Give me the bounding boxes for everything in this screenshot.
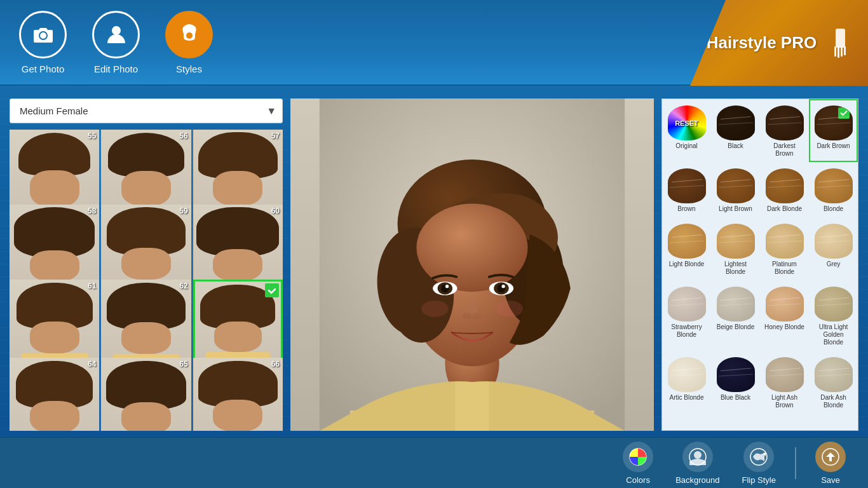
style-number: 66 [271, 360, 280, 369]
color-swatch-light-brown [717, 168, 755, 203]
svg-point-33 [694, 451, 702, 459]
light-brown-label: Light Brown [719, 205, 752, 213]
style-item-65[interactable]: 65 [101, 358, 191, 431]
dropdown-container: Short Female Medium Female Long Female S… [10, 98, 283, 123]
color-item-honey-blonde[interactable]: Honey Blonde [760, 280, 809, 351]
color-swatch-light-blonde [668, 224, 706, 259]
color-item-blonde[interactable]: Blonde [809, 162, 858, 217]
svg-point-28 [421, 301, 449, 317]
style-number: 59 [179, 207, 187, 215]
logo-text: Hairstyle PRO [707, 33, 817, 53]
color-swatch-grey [815, 224, 853, 259]
portrait-svg [290, 98, 654, 431]
color-swatch-beige-blonde [717, 287, 755, 322]
blue-black-label: Blue Black [721, 394, 750, 402]
get-photo-label: Get Photo [22, 64, 65, 74]
dark-brown-label: Dark Brown [817, 142, 850, 150]
svg-point-27 [472, 313, 482, 320]
color-swatch-darkest-brown [766, 105, 804, 140]
color-item-platinum-blonde[interactable]: Platinum Blonde [760, 217, 809, 280]
reset-swatch: RESET [668, 105, 706, 140]
color-swatch-ultra-light-golden-blonde [815, 287, 853, 322]
save-button[interactable]: Save [806, 438, 855, 488]
color-item-lightest-blonde[interactable]: Lightest Blonde [711, 217, 760, 280]
photo-panel [290, 98, 654, 431]
nav-item-styles[interactable]: Styles [165, 11, 213, 74]
reset-text: RESET [675, 119, 698, 127]
svg-point-2 [186, 32, 193, 39]
color-item-brown[interactable]: Brown [662, 162, 711, 217]
grey-label: Grey [827, 261, 841, 268]
nav-item-edit-photo[interactable]: Edit Photo [92, 11, 140, 74]
color-item-dark-ash-blonde[interactable]: Dark Ash Blonde [809, 351, 858, 414]
styles-label: Styles [176, 64, 202, 74]
flip-icon [743, 442, 774, 472]
edit-photo-label: Edit Photo [94, 64, 138, 74]
main-content: Short Female Medium Female Long Female S… [0, 86, 868, 437]
dark-blonde-label: Dark Blonde [767, 205, 802, 213]
color-swatch-strawberry-blonde [668, 287, 706, 322]
svg-rect-3 [836, 29, 845, 48]
svg-rect-6 [841, 46, 843, 57]
background-icon [682, 442, 713, 472]
style-dropdown[interactable]: Short Female Medium Female Long Female S… [10, 98, 283, 123]
svg-point-26 [463, 313, 472, 320]
color-swatch-platinum-blonde [766, 224, 804, 259]
style-item-64[interactable]: 64 [10, 358, 99, 431]
colors-button[interactable]: Colors [613, 438, 663, 488]
platinum-blonde-label: Platinum Blonde [764, 261, 804, 276]
style-number: 58 [88, 207, 96, 215]
colors-panel: RESET Original Black Darkest Brown [661, 98, 858, 431]
color-swatch-light-ash-brown [766, 357, 804, 392]
color-swatch-honey-blonde [766, 287, 804, 322]
flip-style-button[interactable]: Flip Style [733, 438, 785, 488]
color-item-light-blonde[interactable]: Light Blonde [662, 217, 711, 280]
logo-area: Hairstyle PRO [690, 0, 868, 86]
svg-point-29 [496, 301, 523, 317]
color-item-grey[interactable]: Grey [809, 217, 858, 280]
color-swatch-brown [668, 168, 706, 203]
color-item-black[interactable]: Black [711, 99, 760, 162]
color-item-blue-black[interactable]: Blue Black [711, 351, 760, 414]
color-item-light-brown[interactable]: Light Brown [711, 162, 760, 217]
svg-rect-7 [844, 46, 846, 55]
styles-grid: 55 56 57 [10, 130, 283, 431]
artic-blonde-label: Artic Blonde [670, 394, 704, 402]
app-container: Get Photo Edit Photo Styles [0, 0, 868, 488]
color-item-artic-blonde[interactable]: Artic Blonde [662, 351, 711, 414]
original-label: Original [675, 142, 697, 150]
header: Get Photo Edit Photo Styles [0, 0, 868, 86]
background-button[interactable]: Background [666, 438, 729, 488]
color-item-dark-blonde[interactable]: Dark Blonde [760, 162, 809, 217]
svg-rect-4 [834, 46, 836, 57]
style-number: 62 [179, 281, 187, 290]
nav-item-get-photo[interactable]: Get Photo [19, 11, 67, 74]
toolbar-divider [795, 447, 796, 479]
color-item-strawberry-blonde[interactable]: Strawberry Blonde [662, 280, 711, 351]
colors-icon [623, 442, 653, 472]
style-number: 56 [179, 132, 187, 140]
dark-ash-blonde-label: Dark Ash Blonde [813, 394, 853, 409]
hairstyle-icon [165, 11, 213, 58]
color-swatch-blue-black [717, 357, 755, 392]
svg-point-25 [501, 285, 505, 288]
color-item-original[interactable]: RESET Original [662, 99, 711, 162]
style-item-66[interactable]: 66 [193, 358, 283, 431]
style-number: 57 [271, 132, 280, 140]
color-swatch-blonde [815, 168, 853, 203]
style-number: 60 [271, 207, 280, 215]
color-swatch-dark-brown [815, 105, 853, 140]
black-label: Black [728, 142, 743, 150]
save-label: Save [821, 475, 840, 485]
style-number: 65 [179, 360, 187, 369]
color-item-ultra-light-golden-blonde[interactable]: Ultra Light Golden Blonde [809, 280, 858, 351]
style-number: 61 [88, 281, 96, 290]
beige-blonde-label: Beige Blonde [717, 323, 755, 331]
color-item-darkest-brown[interactable]: Darkest Brown [760, 99, 809, 162]
color-item-dark-brown[interactable]: Dark Brown [809, 99, 858, 162]
light-ash-brown-label: Light Ash Brown [764, 394, 804, 409]
honey-blonde-label: Honey Blonde [764, 323, 804, 331]
svg-point-21 [445, 285, 449, 288]
color-item-beige-blonde[interactable]: Beige Blonde [711, 280, 760, 351]
color-item-light-ash-brown[interactable]: Light Ash Brown [760, 351, 809, 414]
